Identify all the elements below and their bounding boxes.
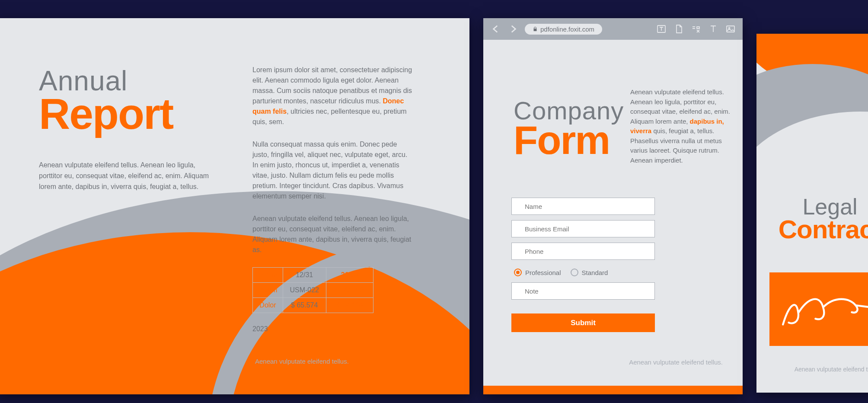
name-field[interactable] xyxy=(511,198,655,215)
table-row: IpsumUSM-022HFG-403 xyxy=(253,283,373,298)
email-field[interactable] xyxy=(511,220,655,237)
replace-text-icon[interactable] xyxy=(691,24,701,34)
browser-toolbar: pdfonline.foxit.com xyxy=(483,18,743,40)
back-arrow-icon[interactable] xyxy=(490,23,501,35)
lock-icon xyxy=(533,26,538,32)
contract-title-bottom: Contract xyxy=(769,218,868,241)
company-form-document: pdfonline.foxit.com Company Form Aenean … xyxy=(483,18,743,394)
radio-unselected-icon xyxy=(571,269,578,276)
report-paragraph-3: Aenean vulputate eleifend tellus. Aenean… xyxy=(252,214,412,255)
decorative-bottom-bar xyxy=(483,386,743,394)
contract-footer-text: Aenean vulputate eleifend tellus. xyxy=(795,366,868,373)
report-data-table: Lorem12/3126/03 IpsumUSM-022HFG-403 Dolo… xyxy=(252,267,373,313)
table-row: Lorem12/3126/03 xyxy=(253,268,373,283)
annual-report-document: Annual Report Aenean vulputate eleifend … xyxy=(0,18,469,394)
radio-selected-icon xyxy=(514,269,522,276)
legal-contract-document: Legal Contract Aenean vulputate eleifend… xyxy=(756,34,868,393)
radio-label: Standard xyxy=(582,269,608,276)
form-footer-text: Aenean vulputate eleifend tellus. xyxy=(629,358,723,366)
url-text: pdfonline.foxit.com xyxy=(540,26,594,33)
note-field[interactable] xyxy=(511,282,655,300)
plan-radio-professional[interactable]: Professional xyxy=(514,269,561,276)
company-form: Professional Standard Submit xyxy=(511,198,655,332)
report-intro-text: Aenean vulputate eleifend tellus. Aenean… xyxy=(39,160,220,192)
page-edit-icon[interactable] xyxy=(673,24,684,34)
submit-button[interactable]: Submit xyxy=(511,313,655,332)
plan-radio-standard[interactable]: Standard xyxy=(571,269,608,276)
url-bar[interactable]: pdfonline.foxit.com xyxy=(525,24,602,35)
signature-icon xyxy=(777,285,868,333)
report-paragraph-1: Lorem ipsum dolor sit amet, consectetuer… xyxy=(252,65,412,127)
report-footer-text: Aenean vulputate eleifend tellus. xyxy=(255,358,349,365)
report-year: 2023 xyxy=(252,325,412,333)
svg-rect-1 xyxy=(727,26,734,32)
phone-field[interactable] xyxy=(511,243,655,260)
table-row: Dolor$ 65.574$ 18.269 xyxy=(253,298,373,313)
radio-label: Professional xyxy=(525,269,561,276)
image-tool-icon[interactable] xyxy=(725,24,736,34)
report-title-bottom: Report xyxy=(39,94,220,133)
signature-box[interactable] xyxy=(769,272,868,346)
text-tool-icon[interactable] xyxy=(708,24,718,34)
text-edit-icon[interactable] xyxy=(656,24,667,34)
forward-arrow-icon[interactable] xyxy=(507,23,519,35)
form-aside-text: Aenean vulputate eleifend tellus. Aenean… xyxy=(630,87,732,165)
report-paragraph-2: Nulla consequat massa quis enim. Donec p… xyxy=(252,139,412,202)
